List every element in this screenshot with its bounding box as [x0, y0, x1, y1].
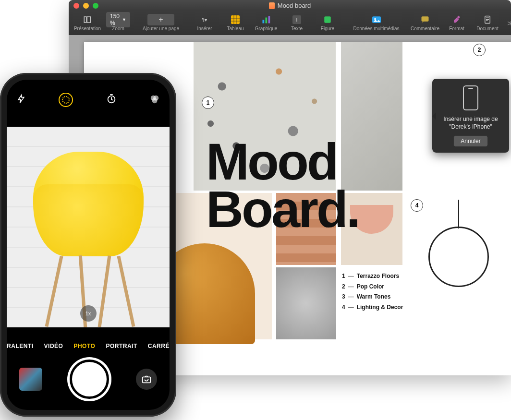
view-label: Présentation — [74, 26, 101, 31]
legend-row: 3—Warm Tones — [342, 292, 403, 302]
cancel-button[interactable]: Annuler — [453, 135, 487, 147]
camera-mode-selector[interactable]: RALENTI VIDÉO PHOTO PORTRAIT CARRÉ — [7, 339, 170, 353]
text-button[interactable]: T Texte — [282, 14, 312, 32]
document-label: Document — [476, 26, 499, 31]
svg-rect-5 — [268, 16, 270, 24]
legend-label: Terrazzo Floors — [357, 271, 399, 282]
svg-rect-3 — [263, 20, 265, 24]
zoom-1x-button[interactable]: 1x — [80, 305, 97, 322]
format-button[interactable]: Format — [442, 14, 472, 32]
document-button[interactable]: Document — [473, 14, 502, 32]
insert-label: Insérer — [197, 26, 212, 31]
svg-rect-2 — [231, 15, 240, 24]
live-photo-icon[interactable] — [59, 93, 73, 107]
legend-label: Pop Color — [357, 282, 384, 292]
iphone-outline-icon — [463, 85, 478, 110]
media-label: Données multimédias — [353, 26, 399, 31]
insert-from-iphone-popover: Insérer une image de "Derek's iPhone" An… — [432, 79, 509, 153]
table-button[interactable]: Tableau — [220, 14, 250, 32]
switch-camera-button[interactable] — [136, 369, 157, 390]
chart-button[interactable]: Graphique — [251, 14, 281, 32]
marker-1: 1 — [202, 96, 214, 109]
view-button[interactable]: Présentation — [73, 14, 102, 32]
iphone-notch — [48, 80, 129, 93]
mood-board-title[interactable]: Mood Board. — [206, 138, 359, 233]
mode-ralenti[interactable]: RALENTI — [7, 343, 34, 349]
toolbar-overflow-button[interactable]: ≫ — [503, 19, 511, 27]
marker-4: 4 — [411, 199, 423, 212]
svg-rect-18 — [143, 377, 151, 383]
table-label: Tableau — [227, 26, 243, 31]
legend-row: 4—Lighting & Decor — [342, 302, 403, 313]
chair-seat — [33, 184, 144, 256]
marker-2: 2 — [473, 44, 486, 56]
media-button[interactable]: Données multimédias — [343, 14, 409, 32]
timer-icon[interactable] — [106, 94, 117, 107]
popover-text: Insérer une image de "Derek's iPhone" — [437, 115, 504, 131]
legend-row: 1—Terrazzo Floors — [342, 271, 403, 282]
add-page-button[interactable]: + Ajouter une page — [134, 14, 188, 32]
zoom-button[interactable]: 150 %▼ Zoom — [103, 14, 133, 32]
camera-viewfinder[interactable]: 1x — [7, 127, 170, 327]
filters-icon[interactable] — [149, 94, 160, 107]
comment-button[interactable]: Commentaire — [410, 14, 440, 32]
svg-rect-4 — [266, 18, 268, 24]
mode-portrait[interactable]: PORTRAIT — [106, 343, 137, 349]
svg-rect-9 — [372, 16, 381, 23]
svg-point-17 — [152, 98, 157, 103]
legend-label: Warm Tones — [357, 292, 391, 302]
shape-label: Figure — [321, 26, 334, 31]
insert-button[interactable]: ¶▾ Insérer — [190, 14, 219, 32]
svg-rect-11 — [422, 16, 429, 22]
chart-label: Graphique — [255, 26, 278, 31]
svg-rect-1 — [87, 17, 91, 23]
mode-carre[interactable]: CARRÉ — [148, 343, 170, 349]
toolbar: Présentation 150 %▼ Zoom + Ajouter une p… — [69, 11, 511, 36]
iphone-screen: 1x RALENTI VIDÉO PHOTO PORTRAIT CARRÉ — [7, 80, 170, 410]
add-page-label: Ajouter une page — [143, 26, 179, 31]
zoom-value: 150 % — [110, 13, 120, 26]
iphone-device: 1x RALENTI VIDÉO PHOTO PORTRAIT CARRÉ — [0, 73, 176, 417]
camera-bottom-bar — [7, 357, 170, 401]
last-photo-thumbnail[interactable] — [19, 368, 42, 391]
legend: 1—Terrazzo Floors 2—Pop Color 3—Warm Ton… — [342, 271, 403, 312]
svg-point-10 — [374, 18, 376, 20]
legend-row: 2—Pop Color — [342, 282, 403, 292]
shape-button[interactable]: Figure — [313, 14, 342, 32]
title-line-2: Board. — [206, 180, 359, 238]
svg-text:T: T — [295, 17, 299, 23]
shutter-button[interactable] — [70, 360, 109, 399]
svg-rect-8 — [324, 16, 331, 23]
window-titlebar: Mood board — [69, 0, 511, 11]
document-title-text: Mood board — [278, 2, 311, 9]
mode-video[interactable]: VIDÉO — [44, 343, 63, 349]
pages-document-icon — [269, 2, 275, 9]
zoom-label: Zoom — [112, 26, 124, 31]
comment-label: Commentaire — [411, 26, 439, 31]
document-title: Mood board — [69, 2, 511, 9]
image-mirror[interactable] — [420, 193, 497, 339]
text-label: Texte — [291, 26, 303, 31]
image-fur[interactable] — [276, 267, 336, 339]
flash-icon[interactable] — [16, 93, 26, 107]
mode-photo[interactable]: PHOTO — [73, 343, 95, 349]
format-label: Format — [449, 26, 464, 31]
legend-label: Lighting & Decor — [357, 302, 403, 313]
svg-rect-12 — [457, 16, 460, 19]
svg-rect-0 — [84, 17, 86, 23]
